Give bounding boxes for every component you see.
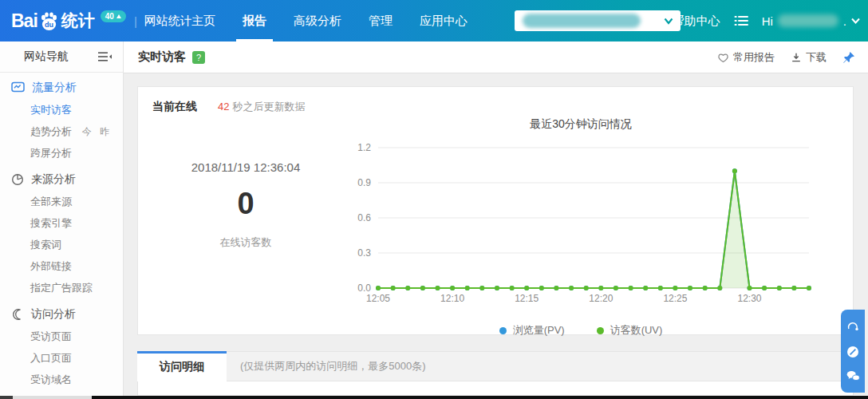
sidebar-group-traffic-analysis[interactable]: 流量分析 bbox=[0, 76, 123, 99]
heart-icon bbox=[717, 52, 729, 63]
refresh-countdown: 42 bbox=[218, 101, 229, 113]
pin-icon bbox=[842, 51, 855, 64]
floating-toolbar bbox=[841, 310, 865, 393]
group-label: 来源分析 bbox=[31, 172, 76, 187]
sidebar-item-trend-analysis[interactable]: 趋势分析 今 昨 bbox=[0, 120, 123, 142]
svg-text:12:10: 12:10 bbox=[440, 293, 464, 304]
nav-app-center[interactable]: 应用中心 bbox=[420, 0, 468, 41]
content-area: 当前在线 42 秒之后更新数据 2018/11/19 12:36:04 0 在线… bbox=[124, 73, 868, 396]
logo-40-badge: 40 bbox=[101, 10, 126, 22]
help-question-badge[interactable]: ? bbox=[192, 51, 205, 64]
sidebar-item-visited-domains[interactable]: 受访域名 bbox=[0, 369, 123, 390]
monitor-icon bbox=[11, 81, 25, 93]
pie-icon bbox=[11, 173, 24, 186]
baidu-tongji-logo[interactable]: Bai du 统计 40 | 网站统计 bbox=[11, 0, 192, 41]
logo-divider: | bbox=[134, 14, 137, 28]
refresh-countdown-suffix: 秒之后更新数据 bbox=[232, 100, 305, 114]
sidebar-item-search-engines[interactable]: 搜索引擎 bbox=[0, 212, 123, 234]
topbar: Bai du 统计 40 | 网站统计 主页 报告 高级分析 bbox=[0, 0, 868, 41]
svg-text:du: du bbox=[45, 21, 53, 29]
greeting-text: Hi bbox=[762, 14, 773, 28]
moon-icon bbox=[11, 308, 24, 321]
sidebar-item-realtime-visitors[interactable]: 实时访客 bbox=[0, 99, 123, 120]
svg-text:0.6: 0.6 bbox=[357, 212, 371, 223]
nav-advanced-analysis[interactable]: 高级分析 bbox=[294, 0, 341, 41]
logo-text: Bai bbox=[11, 10, 37, 32]
svg-text:12:30: 12:30 bbox=[737, 293, 761, 304]
svg-text:0.9: 0.9 bbox=[357, 177, 371, 188]
chat-button[interactable] bbox=[846, 370, 860, 381]
svg-text:12:15: 12:15 bbox=[515, 293, 539, 304]
sidebar-item-search-terms[interactable]: 搜索词 bbox=[0, 234, 123, 255]
list-menu-icon[interactable] bbox=[734, 14, 748, 27]
uv-legend-dot bbox=[597, 327, 604, 334]
sidebar-item-cross-screen-analysis[interactable]: 跨屏分析 bbox=[0, 142, 123, 164]
pv-legend-dot bbox=[499, 327, 507, 334]
chart-legend: 浏览量(PV) 访客数(UV) bbox=[341, 323, 820, 338]
pv-legend-label: 浏览量(PV) bbox=[513, 323, 565, 338]
sidebar-group-visit-analysis[interactable]: 访问分析 bbox=[0, 302, 123, 326]
sidebar-collapse-icon[interactable] bbox=[97, 51, 112, 62]
topbar-right: 帮助中心 Hi . bbox=[673, 0, 860, 41]
svg-text:12:20: 12:20 bbox=[589, 293, 613, 304]
up-arrow-icon bbox=[116, 14, 121, 18]
detail-tab-bar: 访问明细 (仅提供两周内的访问明细，最多5000条) bbox=[137, 351, 854, 381]
download-button[interactable]: 下载 bbox=[791, 50, 827, 65]
sidebar-group-source-analysis[interactable]: 来源分析 bbox=[0, 168, 123, 191]
sidebar-header-label: 网站导航 bbox=[24, 49, 69, 64]
feedback-button[interactable] bbox=[846, 346, 859, 358]
group-label: 流量分析 bbox=[32, 81, 77, 95]
site-selector-dropdown[interactable] bbox=[515, 10, 681, 31]
username-redacted bbox=[778, 14, 838, 27]
user-menu[interactable]: Hi . bbox=[762, 14, 860, 28]
download-icon bbox=[791, 52, 802, 63]
legend-item[interactable]: 访客数(UV) bbox=[597, 323, 663, 338]
svg-text:0.0: 0.0 bbox=[357, 282, 371, 294]
sidebar-item-visited-pages[interactable]: 受访页面 bbox=[0, 326, 123, 347]
legend-item[interactable]: 浏览量(PV) bbox=[499, 323, 565, 338]
baidu-tongji-app: Bai du 统计 40 | 网站统计 主页 报告 高级分析 bbox=[0, 0, 868, 399]
chart-title: 最近30分钟访问情况 bbox=[341, 117, 820, 132]
nav-home[interactable]: 主页 bbox=[191, 0, 215, 41]
nav-report[interactable]: 报告 bbox=[243, 0, 266, 41]
online-status-row: 当前在线 42 秒之后更新数据 bbox=[152, 100, 305, 114]
product-name: 网站统计 bbox=[144, 14, 192, 29]
online-label: 当前在线 bbox=[152, 100, 197, 114]
svg-text:0.3: 0.3 bbox=[357, 247, 371, 259]
sidebar-item-ad-tracking[interactable]: 指定广告跟踪 bbox=[0, 277, 123, 298]
sidebar-item-entry-pages[interactable]: 入口页面 bbox=[0, 347, 123, 369]
paw-icon: du bbox=[38, 10, 60, 32]
tab-visit-detail[interactable]: 访问明细 bbox=[137, 351, 227, 381]
service-button[interactable] bbox=[846, 321, 859, 334]
sidebar-item-external-links[interactable]: 外部链接 bbox=[0, 255, 123, 277]
pin-button[interactable] bbox=[842, 51, 855, 64]
quick-link-today[interactable]: 今 bbox=[82, 126, 92, 137]
line-chart: 0.00.30.60.91.212:0512:1012:1512:2012:25… bbox=[341, 133, 820, 322]
quick-links: 今 昨 bbox=[82, 126, 115, 137]
sidebar-header: 网站导航 bbox=[0, 41, 123, 73]
main-nav: 主页 报告 高级分析 管理 应用中心 bbox=[191, 0, 468, 41]
svg-text:1.2: 1.2 bbox=[357, 142, 371, 153]
help-center-link[interactable]: 帮助中心 bbox=[673, 14, 720, 29]
sidebar-item-all-sources[interactable]: 全部来源 bbox=[0, 191, 123, 212]
online-visitors-stat: 2018/11/19 12:36:04 0 在线访客数 bbox=[138, 160, 353, 250]
detail-note: (仅提供两周内的访问明细，最多5000条) bbox=[240, 359, 426, 373]
pencil-icon bbox=[846, 346, 859, 358]
sidebar-menu: 流量分析 实时访客 趋势分析 今 昨 跨屏分析 来源分析 bbox=[0, 73, 123, 390]
favorite-report-button[interactable]: 常用报告 bbox=[717, 50, 775, 65]
online-visitor-count: 0 bbox=[138, 187, 353, 221]
window-bottom-edge bbox=[0, 396, 868, 399]
chevron-down-icon bbox=[851, 18, 860, 24]
quick-link-yesterday[interactable]: 昨 bbox=[100, 126, 109, 137]
uv-legend-label: 访客数(UV) bbox=[610, 323, 663, 338]
service-headset-icon bbox=[846, 321, 859, 334]
realtime-card: 当前在线 42 秒之后更新数据 2018/11/19 12:36:04 0 在线… bbox=[137, 86, 854, 335]
realtime-chart: 最近30分钟访问情况 0.00.30.60.91.212:0512:1012:1… bbox=[341, 117, 820, 338]
page-header-actions: 常用报告 下载 bbox=[717, 50, 855, 65]
sidebar: 网站导航 流量分析 实时访客 趋势分析 bbox=[0, 41, 124, 396]
svg-text:12:25: 12:25 bbox=[663, 293, 687, 304]
logo-text-suffix: 统计 bbox=[61, 10, 95, 32]
svg-text:12:05: 12:05 bbox=[366, 293, 390, 304]
nav-manage[interactable]: 管理 bbox=[369, 0, 393, 41]
user-suffix: . bbox=[843, 14, 846, 28]
